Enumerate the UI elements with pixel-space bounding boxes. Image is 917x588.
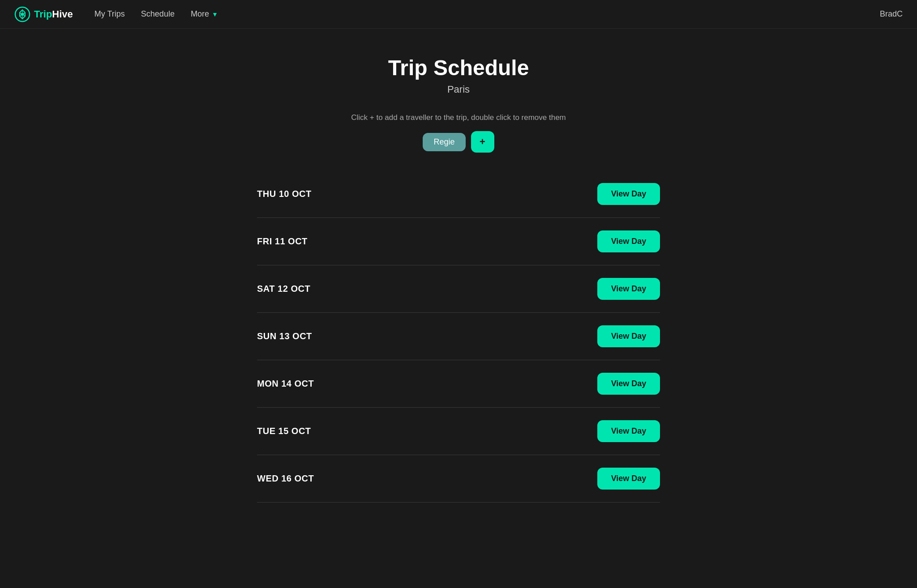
navbar: TripHive My Trips Schedule More ▼ BradC [0, 0, 917, 29]
view-day-button-2[interactable]: View Day [597, 278, 660, 300]
day-label: FRI 11 OCT [257, 236, 308, 247]
logo-text: TripHive [34, 9, 73, 20]
day-label: SAT 12 OCT [257, 284, 310, 294]
traveller-chip-regie[interactable]: Regie [423, 133, 465, 151]
view-day-button-1[interactable]: View Day [597, 230, 660, 252]
day-label: MON 14 OCT [257, 379, 314, 389]
schedule-row: WED 16 OCT View Day [257, 455, 660, 503]
page-title: Trip Schedule [388, 55, 529, 80]
schedule-list: THU 10 OCT View Day FRI 11 OCT View Day … [257, 170, 660, 503]
day-label: TUE 15 OCT [257, 426, 311, 436]
page-subtitle: Paris [447, 84, 470, 95]
travellers-row: Regie + [423, 131, 494, 153]
nav-more-label: More [191, 9, 209, 19]
view-day-button-6[interactable]: View Day [597, 468, 660, 490]
nav-my-trips[interactable]: My Trips [94, 9, 125, 19]
instruction-text: Click + to add a traveller to the trip, … [351, 113, 566, 122]
add-traveller-button[interactable]: + [471, 131, 494, 153]
main-content: Trip Schedule Paris Click + to add a tra… [0, 29, 917, 520]
view-day-button-4[interactable]: View Day [597, 373, 660, 395]
nav-schedule[interactable]: Schedule [141, 9, 175, 19]
view-day-button-3[interactable]: View Day [597, 325, 660, 347]
nav-more[interactable]: More ▼ [191, 9, 218, 19]
chevron-down-icon: ▼ [212, 11, 218, 18]
logo[interactable]: TripHive [14, 6, 73, 22]
schedule-row: SAT 12 OCT View Day [257, 265, 660, 313]
day-label: SUN 13 OCT [257, 331, 312, 341]
view-day-button-0[interactable]: View Day [597, 183, 660, 205]
nav-links: My Trips Schedule More ▼ [94, 9, 880, 19]
view-day-button-5[interactable]: View Day [597, 420, 660, 442]
day-label: THU 10 OCT [257, 189, 312, 199]
schedule-row: MON 14 OCT View Day [257, 360, 660, 408]
day-label: WED 16 OCT [257, 473, 314, 484]
logo-icon [14, 6, 30, 22]
schedule-row: TUE 15 OCT View Day [257, 408, 660, 455]
schedule-row: THU 10 OCT View Day [257, 170, 660, 218]
schedule-row: SUN 13 OCT View Day [257, 313, 660, 360]
svg-point-2 [21, 13, 24, 16]
nav-user[interactable]: BradC [880, 9, 903, 19]
schedule-row: FRI 11 OCT View Day [257, 218, 660, 265]
